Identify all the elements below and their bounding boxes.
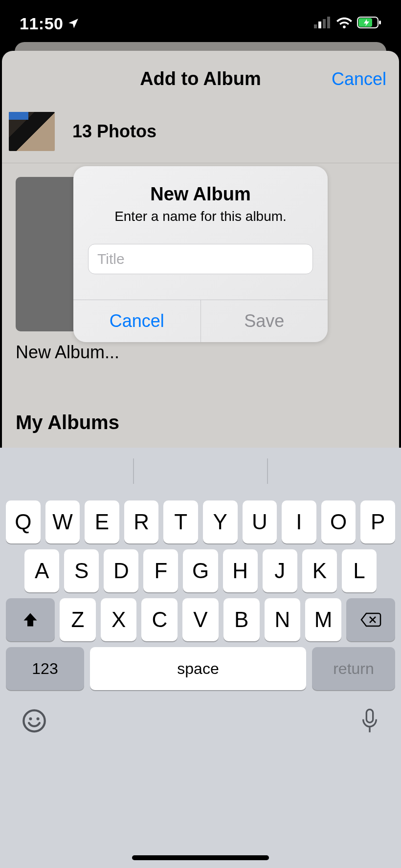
key-s[interactable]: S <box>64 549 99 592</box>
space-key[interactable]: space <box>90 647 306 690</box>
key-d[interactable]: D <box>104 549 138 592</box>
key-g[interactable]: G <box>183 549 218 592</box>
alert-subtitle: Enter a name for this album. <box>88 209 313 224</box>
battery-icon <box>357 17 381 30</box>
dictation-key[interactable] <box>360 708 379 736</box>
sheet-title: Add to Album <box>140 68 261 89</box>
suggestion-slot[interactable] <box>134 448 267 495</box>
album-title-input[interactable] <box>96 244 305 274</box>
keyboard: QWERTYUIOP ASDFGHJKL ZXCVBNM 123 space r… <box>0 448 401 868</box>
svg-rect-0 <box>314 24 317 28</box>
photo-thumbnail <box>9 112 55 151</box>
key-y[interactable]: Y <box>203 500 238 543</box>
cellular-icon <box>314 17 332 30</box>
key-e[interactable]: E <box>85 500 119 543</box>
svg-rect-10 <box>366 710 373 723</box>
svg-rect-5 <box>379 21 381 24</box>
key-o[interactable]: O <box>321 500 356 543</box>
home-indicator[interactable] <box>132 855 269 860</box>
keyboard-suggestion-bar <box>0 448 401 495</box>
photo-count-label: 13 Photos <box>72 121 156 142</box>
svg-point-9 <box>37 717 40 720</box>
return-key[interactable]: return <box>312 647 395 690</box>
suggestion-slot[interactable] <box>0 448 133 495</box>
my-albums-heading: My Albums <box>16 412 385 434</box>
shift-key[interactable] <box>6 598 55 641</box>
key-c[interactable]: C <box>141 598 178 641</box>
key-w[interactable]: W <box>45 500 80 543</box>
svg-point-7 <box>23 710 45 731</box>
new-album-label: New Album... <box>16 342 385 363</box>
key-v[interactable]: V <box>182 598 219 641</box>
key-m[interactable]: M <box>305 598 341 641</box>
status-time: 11:50 <box>20 14 63 33</box>
key-k[interactable]: K <box>302 549 337 592</box>
key-z[interactable]: Z <box>60 598 96 641</box>
album-title-field[interactable] <box>88 244 313 274</box>
key-r[interactable]: R <box>124 500 159 543</box>
key-u[interactable]: U <box>243 500 277 543</box>
svg-rect-3 <box>327 17 330 28</box>
svg-rect-1 <box>318 22 321 28</box>
key-f[interactable]: F <box>143 549 178 592</box>
key-a[interactable]: A <box>24 549 59 592</box>
selected-photos-row: 13 Photos <box>2 107 399 163</box>
location-icon <box>67 17 80 30</box>
alert-save-button[interactable]: Save <box>201 300 328 342</box>
backspace-key[interactable] <box>346 598 395 641</box>
key-x[interactable]: X <box>101 598 137 641</box>
svg-rect-2 <box>323 19 326 28</box>
numbers-key[interactable]: 123 <box>6 647 84 690</box>
status-bar: 11:50 <box>0 0 401 47</box>
svg-point-8 <box>29 717 32 720</box>
key-n[interactable]: N <box>265 598 301 641</box>
key-i[interactable]: I <box>282 500 316 543</box>
emoji-key[interactable] <box>22 708 47 736</box>
suggestion-slot[interactable] <box>268 448 401 495</box>
key-b[interactable]: B <box>223 598 260 641</box>
key-j[interactable]: J <box>263 549 297 592</box>
key-q[interactable]: Q <box>6 500 41 543</box>
key-l[interactable]: L <box>342 549 377 592</box>
alert-cancel-button[interactable]: Cancel <box>73 300 201 342</box>
key-h[interactable]: H <box>223 549 258 592</box>
wifi-icon <box>336 17 352 30</box>
cancel-button[interactable]: Cancel <box>332 51 386 107</box>
key-p[interactable]: P <box>360 500 395 543</box>
key-t[interactable]: T <box>163 500 198 543</box>
alert-title: New Album <box>88 184 313 205</box>
new-album-alert: New Album Enter a name for this album. C… <box>73 166 328 342</box>
